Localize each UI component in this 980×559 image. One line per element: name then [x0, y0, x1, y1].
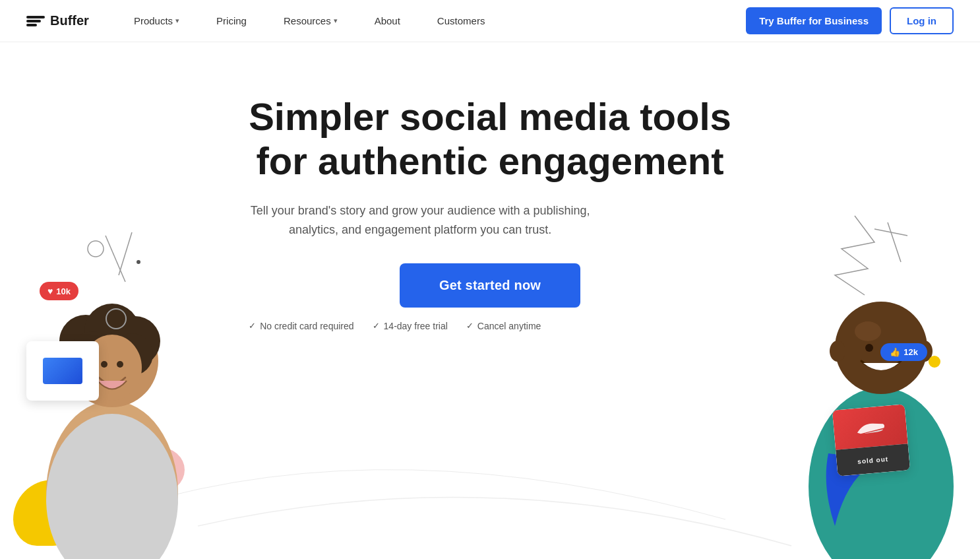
svg-point-15: [809, 387, 954, 559]
nav-item-resources: Resources: [265, 0, 356, 42]
like-notification-right: 👍 12k: [880, 343, 927, 361]
hero-title-line1: Simpler social media tools: [249, 95, 731, 138]
yellow-dot-decoration: [929, 356, 940, 368]
svg-point-14: [137, 260, 140, 264]
svg-line-12: [119, 232, 132, 275]
nav-actions: Try Buffer for Business Log in: [746, 7, 954, 34]
try-business-button[interactable]: Try Buffer for Business: [746, 7, 882, 34]
svg-point-4: [110, 316, 160, 366]
svg-point-13: [88, 241, 104, 257]
hero-title: Simpler social media tools for authentic…: [249, 95, 731, 183]
hero-section: ♥ 10k: [0, 42, 980, 559]
nav-label-customers: Customers: [437, 15, 485, 26]
svg-point-18: [865, 344, 873, 352]
logo-text: Buffer: [50, 13, 89, 28]
heart-icon: ♥: [47, 286, 53, 296]
person-right-svg: [782, 275, 980, 559]
svg-line-11: [106, 236, 125, 282]
nav-link-about[interactable]: About: [356, 0, 419, 42]
badge-no-credit-card: ✓ No credit card required: [249, 321, 353, 331]
curve-decoration: [0, 295, 980, 559]
check-icon-3: ✓: [466, 321, 474, 331]
sold-out-card: sold out: [832, 404, 910, 476]
svg-line-23: [874, 229, 907, 236]
badge-free-trial: ✓ 14-day free trial: [373, 321, 448, 331]
svg-point-21: [917, 341, 933, 362]
nav-label-resources: Resources: [284, 15, 331, 26]
like-count-right: 12k: [903, 347, 918, 357]
login-button[interactable]: Log in: [890, 7, 954, 34]
left-decoration: ♥ 10k: [0, 176, 237, 559]
hero-title-line2: for authentic engagement: [257, 139, 724, 182]
svg-point-2: [59, 315, 112, 368]
svg-point-0: [46, 401, 178, 559]
nav-item-about: About: [356, 0, 419, 42]
hero-trust-badges: ✓ No credit card required ✓ 14-day free …: [249, 321, 731, 331]
svg-line-22: [888, 222, 901, 262]
logo-link[interactable]: Buffer: [26, 13, 89, 28]
svg-point-1: [66, 315, 158, 407]
product-card-left: [26, 341, 99, 401]
nav-label-about: About: [375, 15, 400, 26]
main-nav: Buffer Products Pricing Resources About …: [0, 0, 980, 42]
svg-point-5: [69, 331, 115, 378]
circle-decoration: [106, 308, 127, 329]
badge-text-1: No credit card required: [260, 321, 353, 331]
buffer-logo-icon: [26, 16, 45, 26]
shoe-icon: [853, 416, 887, 438]
person-left-svg: [20, 282, 204, 559]
svg-point-10: [117, 361, 123, 368]
like-count-left: 10k: [56, 286, 71, 296]
hero-content: Simpler social media tools for authentic…: [249, 95, 731, 331]
badge-cancel-anytime: ✓ Cancel anytime: [466, 321, 541, 331]
nav-label-pricing: Pricing: [216, 15, 247, 26]
svg-point-19: [889, 344, 897, 352]
thumbs-up-icon: 👍: [890, 347, 900, 357]
yellow-blob: [13, 480, 92, 546]
nav-label-products: Products: [134, 15, 173, 26]
badge-text-3: Cancel anytime: [477, 321, 541, 331]
nav-link-pricing[interactable]: Pricing: [198, 0, 265, 42]
badge-text-2: 14-day free trial: [384, 321, 448, 331]
nav-links: Products Pricing Resources About Custome…: [115, 0, 746, 42]
svg-point-9: [101, 361, 107, 368]
nav-item-pricing: Pricing: [198, 0, 265, 42]
get-started-button[interactable]: Get started now: [400, 263, 580, 308]
nav-item-products: Products: [115, 0, 198, 42]
check-icon-1: ✓: [249, 321, 256, 331]
nav-link-products[interactable]: Products: [115, 0, 198, 42]
hero-subtitle: Tell your brand's story and grow your au…: [249, 201, 592, 240]
like-notification-left: ♥ 10k: [40, 282, 78, 300]
svg-point-6: [111, 333, 153, 376]
svg-point-7: [46, 414, 178, 559]
svg-point-8: [82, 335, 142, 401]
svg-point-17: [855, 321, 881, 341]
pink-blob: [132, 447, 185, 493]
sketch-lines-right: [828, 209, 914, 328]
svg-point-3: [84, 304, 140, 359]
check-icon-2: ✓: [373, 321, 380, 331]
sold-out-label: sold out: [836, 444, 910, 476]
sketch-lines-left: [86, 229, 165, 328]
svg-point-20: [830, 341, 845, 362]
nav-item-customers: Customers: [419, 0, 504, 42]
card-image-area: [832, 404, 908, 449]
right-decoration: 👍 12k sold out: [743, 176, 980, 559]
nav-link-customers[interactable]: Customers: [419, 0, 504, 42]
nav-link-resources[interactable]: Resources: [265, 0, 356, 42]
svg-point-16: [835, 302, 927, 394]
